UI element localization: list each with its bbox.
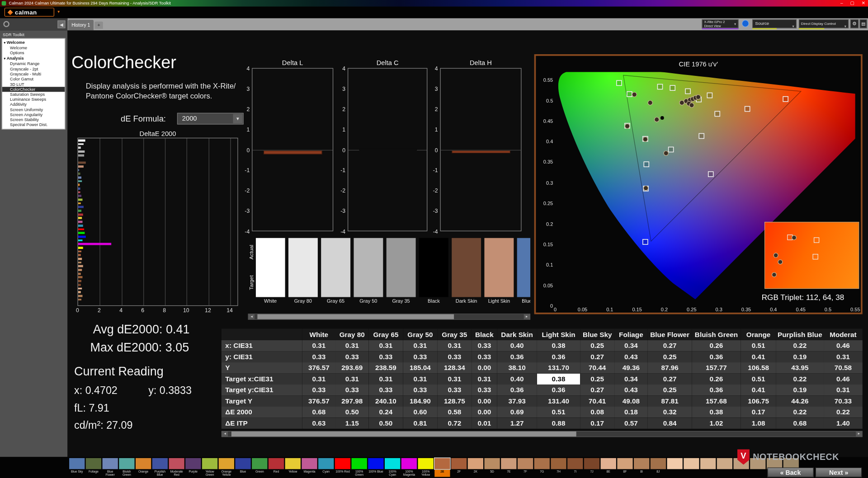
table-cell[interactable]: 157.68 — [692, 396, 741, 407]
table-cell[interactable]: 0.22 — [776, 407, 824, 417]
patch-orange-yellow[interactable]: Orange Yellow — [219, 458, 234, 477]
scroll-right-icon[interactable]: ► — [524, 314, 529, 319]
patch-unlabeled[interactable] — [700, 458, 716, 477]
table-cell[interactable]: 128.34 — [437, 362, 472, 373]
table-cell[interactable]: 87.81 — [648, 396, 692, 407]
patch-magenta[interactable]: Magenta — [302, 458, 317, 477]
patch-cyan[interactable]: Cyan — [318, 458, 334, 477]
table-cell[interactable]: 0.27 — [580, 351, 614, 362]
meter-profile-badge-icon[interactable] — [742, 20, 749, 27]
patch-7g[interactable]: 7G — [534, 458, 550, 477]
table-cell[interactable]: 131.40 — [537, 396, 580, 407]
table-cell[interactable]: 106.75 — [741, 396, 776, 407]
table-cell[interactable]: 0.25 — [648, 351, 692, 362]
minimize-button[interactable]: – — [840, 0, 843, 7]
patch-unlabeled[interactable] — [684, 458, 699, 477]
table-cell[interactable]: 0.33 — [472, 340, 497, 351]
table-cell[interactable]: 70.33 — [824, 396, 863, 407]
table-cell[interactable]: 0.33 — [335, 384, 368, 395]
table-cell[interactable]: 0.36 — [537, 351, 580, 362]
patch-8f[interactable]: 8F — [617, 458, 632, 477]
scroll-track[interactable] — [255, 314, 524, 319]
table-cell[interactable]: 0.27 — [648, 340, 692, 351]
sidebar-item-dynamic-range[interactable]: Dynamic Range — [2, 61, 65, 66]
sidebar-item-welcome[interactable]: Welcome — [2, 46, 65, 51]
table-cell[interactable]: 0.36 — [497, 384, 537, 395]
table-cell[interactable]: 44.26 — [776, 396, 824, 407]
table-cell[interactable]: 0.17 — [580, 417, 614, 428]
table-cell[interactable]: 157.77 — [692, 362, 741, 373]
table-cell[interactable]: 0.33 — [437, 351, 472, 362]
table-cell[interactable]: 0.40 — [497, 340, 537, 351]
table-cell[interactable]: 0.31 — [403, 340, 437, 351]
table-cell[interactable]: 0.34 — [614, 374, 647, 384]
table-cell[interactable]: 0.81 — [403, 417, 437, 428]
table-cell[interactable]: 0.31 — [824, 384, 863, 395]
table-cell[interactable]: 1.02 — [692, 417, 741, 428]
table-cell[interactable]: 0.19 — [776, 384, 824, 395]
table-cell[interactable]: 0.25 — [580, 340, 614, 351]
sidebar-item-spectral-power-dist[interactable]: Spectral Power Dist. — [2, 122, 65, 127]
display-control-selector[interactable]: Direct Display Control ▼ — [799, 19, 849, 28]
table-cell[interactable]: 0.31 — [302, 340, 335, 351]
sidebar-item-options[interactable]: Options — [2, 51, 65, 56]
patch-blue-flower[interactable]: Blue Flower — [103, 458, 118, 477]
source-selector[interactable]: Source ▼ — [752, 19, 797, 28]
table-cell[interactable]: 0.17 — [741, 407, 776, 417]
table-cell[interactable]: 185.04 — [403, 362, 437, 373]
table-cell[interactable]: 0.19 — [776, 351, 824, 362]
scroll-left-icon[interactable]: ◄ — [249, 314, 255, 319]
calman-logo[interactable]: calman — [5, 8, 54, 17]
table-cell[interactable]: 0.31 — [437, 374, 472, 384]
patch-7h[interactable]: 7H — [551, 458, 566, 477]
table-cell[interactable]: 43.95 — [776, 362, 824, 373]
table-cell[interactable]: 0.84 — [648, 417, 692, 428]
sidebar-item-additivity[interactable]: Additivity — [2, 102, 65, 107]
de-formula-select[interactable]: 2000 ▼ — [177, 113, 244, 125]
table-cell[interactable]: 0.40 — [497, 374, 537, 384]
table-cell[interactable]: 49.08 — [614, 396, 647, 407]
table-cell[interactable]: 70.44 — [580, 362, 614, 373]
next-button[interactable]: Next » — [816, 468, 862, 478]
table-cell[interactable]: 37.93 — [497, 396, 537, 407]
table-cell[interactable]: 0.31 — [824, 351, 863, 362]
table-cell[interactable]: 184.90 — [403, 396, 437, 407]
table-cell[interactable]: 0.31 — [472, 374, 497, 384]
patch-100-cyan[interactable]: 100% Cyan — [385, 458, 400, 477]
table-cell[interactable]: 0.22 — [824, 407, 863, 417]
table-cell[interactable]: 87.96 — [648, 362, 692, 373]
patch-purple[interactable]: Purple — [185, 458, 201, 477]
table-cell[interactable]: 106.58 — [741, 362, 776, 373]
sidebar-item-screen-angularity[interactable]: Screen Angularity — [2, 112, 65, 117]
table-cell[interactable]: 0.33 — [369, 351, 403, 362]
patch-100-yellow[interactable]: 100% Yellow — [418, 458, 433, 477]
table-cell[interactable]: 0.31 — [335, 340, 368, 351]
table-cell[interactable]: 0.22 — [776, 374, 824, 384]
table-cell[interactable]: 293.69 — [335, 362, 368, 373]
table-cell[interactable]: 49.36 — [614, 362, 647, 373]
patch-100-blue[interactable]: 100% Blue — [368, 458, 383, 477]
table-cell[interactable]: 0.43 — [614, 384, 647, 395]
table-cell[interactable]: 1.40 — [824, 417, 863, 428]
patch-100-green[interactable]: 100% Green — [352, 458, 367, 477]
table-cell[interactable]: 0.24 — [369, 407, 403, 417]
table-cell[interactable]: 0.00 — [472, 407, 497, 417]
table-cell[interactable]: 0.36 — [537, 384, 580, 395]
meter-selector[interactable]: X-Rite i1Pro 2 Direct View ▼ — [702, 19, 739, 28]
table-cell[interactable]: 0.31 — [403, 374, 437, 384]
table-cell[interactable]: 0.33 — [403, 384, 437, 395]
table-cell[interactable]: 0.33 — [369, 384, 403, 395]
table-cell[interactable]: 70.41 — [580, 396, 614, 407]
table-cell[interactable]: 0.63 — [302, 417, 335, 428]
table-cell[interactable]: 0.57 — [614, 417, 647, 428]
close-button[interactable]: ✕ — [862, 0, 865, 7]
table-cell[interactable]: 0.41 — [741, 384, 776, 395]
table-cell[interactable]: 238.59 — [369, 362, 403, 373]
table-cell[interactable]: 0.33 — [335, 351, 368, 362]
patch-7j[interactable]: 7J — [584, 458, 599, 477]
sidebar-item-colorchecker[interactable]: ColorChecker — [2, 87, 65, 92]
table-cell[interactable]: 297.98 — [335, 396, 368, 407]
table-cell[interactable]: 0.31 — [335, 374, 368, 384]
table-cell[interactable]: 0.33 — [302, 384, 335, 395]
tab-history-1[interactable]: History 1 — [68, 20, 94, 30]
